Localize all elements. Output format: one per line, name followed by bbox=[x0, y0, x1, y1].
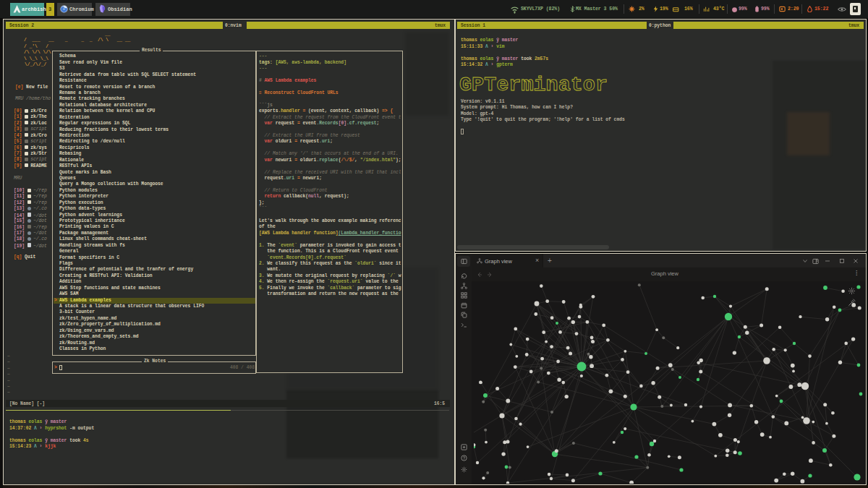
svg-text:GPTerminator: GPTerminator bbox=[459, 74, 608, 96]
